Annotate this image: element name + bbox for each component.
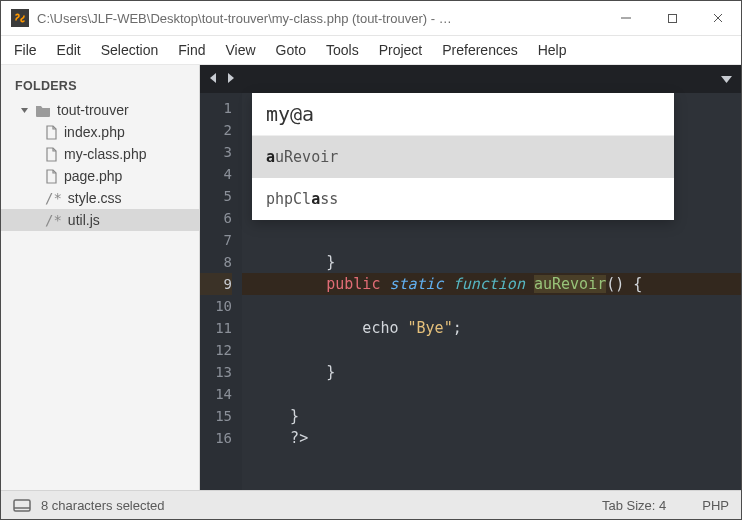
menu-edit[interactable]: Edit: [48, 38, 90, 62]
svg-marker-5: [210, 73, 216, 83]
code-line: }: [242, 361, 741, 383]
tree-file-util[interactable]: /* util.js: [1, 209, 199, 231]
menu-tools[interactable]: Tools: [317, 38, 368, 62]
line-number: 8: [200, 251, 232, 273]
code-line: }: [242, 405, 741, 427]
menu-find[interactable]: Find: [169, 38, 214, 62]
line-number: 5: [200, 185, 232, 207]
line-number: 11: [200, 317, 232, 339]
tree-file-index[interactable]: index.php: [1, 121, 199, 143]
line-number: 7: [200, 229, 232, 251]
line-gutter: 1 2 3 4 5 6 7 8 9 10 11 12 13 14 15 16: [200, 93, 242, 490]
svg-marker-6: [228, 73, 234, 83]
code-content[interactable]: } public static function auRevoir() { ec…: [242, 93, 741, 490]
menu-goto[interactable]: Goto: [267, 38, 315, 62]
tree-file-label: style.css: [68, 190, 122, 206]
line-number: 16: [200, 427, 232, 449]
statusbar: 8 characters selected Tab Size: 4 PHP: [1, 490, 741, 519]
svg-rect-8: [14, 500, 30, 511]
tree-file-page[interactable]: page.php: [1, 165, 199, 187]
sidebar: FOLDERS tout-trouver index.php: [1, 65, 200, 490]
menu-project[interactable]: Project: [370, 38, 432, 62]
titlebar: C:\Users\JLF-WEB\Desktop\tout-trouver\my…: [1, 1, 741, 36]
line-number: 9: [200, 273, 232, 295]
file-icon: [45, 125, 58, 140]
tab-prev-icon[interactable]: [208, 72, 219, 87]
status-tabsize[interactable]: Tab Size: 4: [602, 498, 666, 513]
body: FOLDERS tout-trouver index.php: [1, 65, 741, 490]
tab-overflow-icon[interactable]: [720, 72, 733, 87]
comment-star-icon: /*: [45, 190, 62, 206]
code-line: }: [242, 251, 741, 273]
menu-view[interactable]: View: [217, 38, 265, 62]
line-number: 10: [200, 295, 232, 317]
panel-switcher-icon[interactable]: [13, 499, 31, 512]
tree-file-label: my-class.php: [64, 146, 146, 162]
tab-strip: [200, 65, 741, 93]
status-syntax[interactable]: PHP: [702, 498, 729, 513]
sidebar-header: FOLDERS: [1, 65, 199, 99]
line-number: 3: [200, 141, 232, 163]
tree-file-myclass[interactable]: my-class.php: [1, 143, 199, 165]
window-title: C:\Users\JLF-WEB\Desktop\tout-trouver\my…: [37, 11, 457, 26]
goto-result[interactable]: auRevoir: [252, 136, 674, 178]
status-selection: 8 characters selected: [41, 498, 165, 513]
line-number: 2: [200, 119, 232, 141]
close-button[interactable]: [695, 1, 741, 35]
minimize-button[interactable]: [603, 1, 649, 35]
menu-help[interactable]: Help: [529, 38, 576, 62]
tree-folder-root[interactable]: tout-trouver: [1, 99, 199, 121]
app-icon: [11, 9, 29, 27]
goto-input[interactable]: my@a: [252, 93, 674, 136]
file-icon: [45, 169, 58, 184]
chevron-down-icon: [19, 106, 29, 115]
editor-area: 1 2 3 4 5 6 7 8 9 10 11 12 13 14 15 16: [200, 65, 741, 490]
maximize-button[interactable]: [649, 1, 695, 35]
line-number: 14: [200, 383, 232, 405]
tree-file-label: index.php: [64, 124, 125, 140]
comment-star-icon: /*: [45, 212, 62, 228]
svg-rect-1: [668, 14, 676, 22]
line-number: 6: [200, 207, 232, 229]
folder-icon: [35, 104, 51, 117]
line-number: 13: [200, 361, 232, 383]
goto-result[interactable]: phpClass: [252, 178, 674, 220]
folder-tree: tout-trouver index.php my-class.php: [1, 99, 199, 231]
svg-marker-4: [21, 108, 28, 113]
tree-file-label: page.php: [64, 168, 122, 184]
line-number: 4: [200, 163, 232, 185]
menu-file[interactable]: File: [5, 38, 46, 62]
code-line: ?>: [242, 427, 741, 449]
svg-marker-7: [721, 76, 732, 83]
app-window: C:\Users\JLF-WEB\Desktop\tout-trouver\my…: [0, 0, 742, 520]
tab-next-icon[interactable]: [225, 72, 236, 87]
file-icon: [45, 147, 58, 162]
tree-folder-label: tout-trouver: [57, 102, 129, 118]
line-number: 1: [200, 97, 232, 119]
code-line: public static function auRevoir() {: [242, 273, 741, 295]
menu-preferences[interactable]: Preferences: [433, 38, 526, 62]
line-number: 12: [200, 339, 232, 361]
line-number: 15: [200, 405, 232, 427]
goto-popup: my@a auRevoir phpClass: [252, 93, 674, 220]
menu-selection[interactable]: Selection: [92, 38, 168, 62]
menubar: File Edit Selection Find View Goto Tools…: [1, 36, 741, 65]
code-editor[interactable]: 1 2 3 4 5 6 7 8 9 10 11 12 13 14 15 16: [200, 93, 741, 490]
code-line: echo "Bye";: [242, 317, 741, 339]
tree-file-style[interactable]: /* style.css: [1, 187, 199, 209]
tree-file-label: util.js: [68, 212, 100, 228]
